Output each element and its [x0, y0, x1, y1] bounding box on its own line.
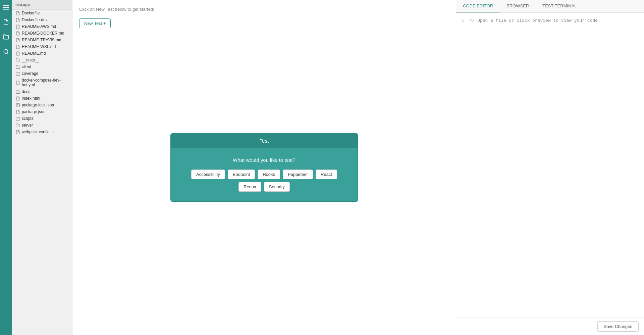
doc-icon [15, 11, 20, 15]
file-tree-item[interactable]: README.md [12, 50, 72, 57]
test-panel: Click on New Test below to get started! … [72, 0, 456, 335]
editor-tab-test-terminal[interactable]: TEST TERMINAL [536, 0, 583, 12]
modal-option-button[interactable]: Endpoint [228, 170, 255, 179]
file-tree-item[interactable]: server [12, 122, 72, 129]
svg-rect-1 [3, 7, 9, 8]
file-tree-item-label: README-WSL.md [22, 44, 56, 49]
modal-option-button[interactable]: Hooks [258, 170, 280, 179]
doc-icon [15, 109, 20, 114]
folder-icon [15, 123, 20, 128]
folder-nav-icon[interactable] [1, 32, 11, 42]
new-test-button[interactable]: New Test + [79, 18, 111, 28]
menu-icon[interactable] [1, 3, 11, 12]
modal-option-button[interactable]: Security [264, 182, 290, 192]
file-tree-item[interactable]: docker-compose-dev-hot.yml [12, 77, 72, 88]
file-tree-item-label: README-DOCKER.md [22, 31, 64, 36]
modal-overlay: Test What would you like to test? Access… [72, 0, 456, 335]
file-tree-item-label: index.html [22, 96, 40, 101]
icon-sidebar [0, 0, 12, 335]
modal-options: AccessibilityEndpointHooksPuppeteerReact… [181, 170, 347, 192]
file-tree-item[interactable]: README-WSL.md [12, 43, 72, 50]
modal-body: What would you like to test? Accessibili… [171, 148, 358, 201]
file-tree-item[interactable]: package.json [12, 108, 72, 115]
file-tree-item[interactable]: webpack.config.js [12, 129, 72, 135]
doc-icon [15, 17, 20, 22]
file-tree-item[interactable]: coverage [12, 70, 72, 77]
main-content: Click on New Test below to get started! … [72, 0, 644, 335]
svg-rect-2 [3, 9, 9, 10]
editor-tab-browser[interactable]: BROWSER [500, 0, 536, 12]
file-tree-item-label: scripts [22, 116, 34, 121]
modal-option-button[interactable]: Accessibility [191, 170, 225, 179]
folder-icon [15, 116, 20, 121]
doc-icon [15, 51, 20, 56]
file-tree-item-label: webpack.config.js [22, 130, 54, 134]
folder-icon [15, 89, 20, 94]
file-tree-item-label: Dockerfile [22, 11, 40, 15]
file-tree-header: test-app [12, 0, 72, 10]
file-tree-item[interactable]: client [12, 63, 72, 70]
file-tree-item-label: coverage [22, 71, 38, 76]
file-tree-item-label: __tests__ [22, 58, 39, 62]
svg-rect-0 [3, 5, 9, 6]
file-tree-item[interactable]: __tests__ [12, 57, 72, 63]
folder-icon [15, 58, 20, 62]
search-nav-icon[interactable] [1, 47, 11, 56]
doc-icon [15, 31, 20, 36]
save-changes-button[interactable]: Save Changes [597, 321, 639, 332]
test-modal: Test What would you like to test? Access… [170, 133, 358, 202]
file-tree-item-label: package.json [22, 109, 46, 114]
doc-icon [15, 80, 20, 85]
file-tree-item[interactable]: Dockerfile-dev [12, 16, 72, 23]
modal-option-button[interactable]: React [316, 170, 337, 179]
editor-panel: CODE EDITORBROWSERTEST TERMINAL 1// Open… [456, 0, 644, 335]
file-tree-item-label: server [22, 123, 33, 128]
doc-icon [15, 96, 20, 101]
file-tree-item-label: README-AWS.md [22, 24, 56, 29]
modal-option-button[interactable]: Puppeteer [283, 170, 313, 179]
modal-question: What would you like to test? [181, 157, 347, 163]
file-tree-item-label: README-TRAVIS.md [22, 38, 61, 42]
doc-icon [15, 38, 20, 42]
line-number: 1 [462, 18, 464, 23]
file-nav-icon[interactable] [1, 17, 11, 27]
file-tree: test-app DockerfileDockerfile-devREADME-… [12, 0, 72, 335]
file-tree-item[interactable]: README-DOCKER.md [12, 30, 72, 37]
file-tree-item[interactable]: index.html [12, 95, 72, 102]
file-tree-item-label: docs [22, 89, 30, 94]
file-tree-item[interactable]: README-AWS.md [12, 23, 72, 30]
file-tree-item[interactable]: package-lock.json [12, 102, 72, 108]
file-tree-item-label: client [22, 64, 31, 69]
folder-icon [15, 71, 20, 76]
file-tree-item[interactable]: Dockerfile [12, 10, 72, 16]
panel-hint: Click on New Test below to get started! [79, 7, 449, 12]
editor-tabs: CODE EDITORBROWSERTEST TERMINAL [456, 0, 644, 13]
editor-placeholder: // Open a file or click preview to view … [470, 18, 600, 23]
file-tree-item-label: README.md [22, 51, 46, 56]
content-split: Click on New Test below to get started! … [72, 0, 644, 335]
editor-footer: Save Changes [456, 318, 644, 335]
doc-icon [15, 130, 20, 134]
file-tree-item-label: package-lock.json [22, 103, 54, 107]
svg-point-3 [4, 49, 8, 53]
file-tree-item[interactable]: docs [12, 88, 72, 95]
svg-point-6 [17, 104, 17, 105]
editor-tab-code-editor[interactable]: CODE EDITOR [456, 0, 500, 12]
folder-icon [15, 64, 20, 69]
svg-line-4 [7, 53, 8, 54]
file-tree-item-label: Dockerfile-dev [22, 17, 48, 22]
file-tree-item-label: docker-compose-dev-hot.yml [22, 78, 69, 87]
modal-option-button[interactable]: Redux [238, 182, 261, 192]
img-icon [15, 103, 20, 107]
modal-title: Test [171, 134, 358, 148]
file-tree-item[interactable]: scripts [12, 115, 72, 122]
doc-icon [15, 44, 20, 49]
editor-content: 1// Open a file or click preview to view… [456, 13, 644, 318]
file-tree-item[interactable]: README-TRAVIS.md [12, 37, 72, 43]
doc-icon [15, 24, 20, 29]
